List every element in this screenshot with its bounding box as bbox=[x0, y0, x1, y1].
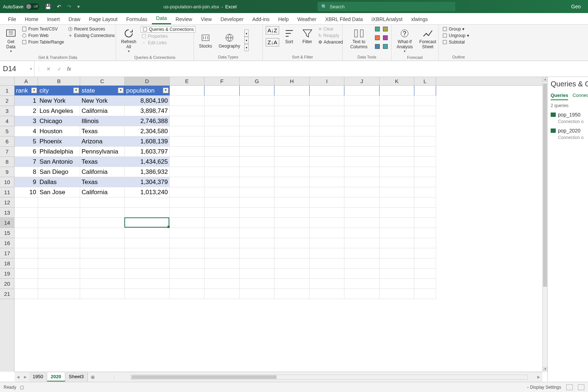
cell[interactable] bbox=[38, 258, 80, 269]
cell[interactable] bbox=[414, 258, 436, 269]
row-header[interactable]: 4 bbox=[0, 116, 14, 126]
cell[interactable] bbox=[80, 208, 125, 218]
cell[interactable] bbox=[380, 116, 414, 126]
scroll-thumb[interactable] bbox=[543, 83, 547, 287]
row-header[interactable]: 15 bbox=[0, 228, 14, 238]
cell[interactable] bbox=[170, 258, 204, 269]
cancel-formula-icon[interactable]: ✕ bbox=[43, 66, 54, 72]
flash-fill-button[interactable] bbox=[374, 26, 380, 33]
cell[interactable] bbox=[274, 197, 310, 208]
filter-dropdown-icon[interactable]: ▼ bbox=[73, 87, 79, 93]
data-types-down[interactable]: ▾ bbox=[244, 37, 249, 44]
cell[interactable] bbox=[15, 289, 38, 299]
cell[interactable] bbox=[414, 167, 436, 177]
sheet-tab-2020[interactable]: 2020 bbox=[47, 372, 65, 381]
scroll-up-icon[interactable]: ▴ bbox=[543, 77, 547, 82]
cell[interactable] bbox=[310, 106, 344, 116]
cell[interactable] bbox=[274, 147, 310, 157]
refresh-all-button[interactable]: Refresh All▾ bbox=[119, 26, 138, 54]
cell[interactable] bbox=[240, 289, 274, 299]
table-cell[interactable]: Illinois bbox=[80, 116, 125, 126]
hscroll-thumb[interactable] bbox=[132, 375, 277, 379]
cell[interactable] bbox=[80, 197, 125, 208]
table-cell[interactable]: Los Angeles bbox=[38, 106, 80, 116]
display-settings-button[interactable]: ▫ Display Settings bbox=[527, 385, 561, 390]
cell[interactable] bbox=[274, 238, 310, 248]
tab-nav-next-icon[interactable]: ▶ bbox=[22, 375, 29, 379]
cell[interactable] bbox=[15, 248, 38, 258]
cell[interactable] bbox=[344, 106, 380, 116]
cell[interactable] bbox=[170, 187, 204, 197]
cell[interactable] bbox=[170, 279, 204, 289]
cell[interactable] bbox=[170, 116, 204, 126]
data-types-up[interactable]: ▴ bbox=[244, 29, 249, 37]
cell[interactable] bbox=[204, 269, 240, 279]
cell[interactable] bbox=[38, 197, 80, 208]
cell[interactable] bbox=[204, 279, 240, 289]
ribbon-tab-help[interactable]: Help bbox=[274, 14, 293, 24]
sort-asc-button[interactable]: A↓Z bbox=[266, 26, 279, 34]
cell[interactable] bbox=[344, 269, 380, 279]
table-cell[interactable]: Texas bbox=[80, 177, 125, 187]
table-cell[interactable]: Dallas bbox=[38, 177, 80, 187]
cell[interactable] bbox=[204, 106, 240, 116]
cell[interactable] bbox=[310, 96, 344, 106]
cell[interactable] bbox=[344, 126, 380, 136]
cell[interactable] bbox=[38, 218, 80, 228]
from-text-csv-button[interactable]: From Text/CSV bbox=[21, 26, 65, 32]
cell[interactable] bbox=[344, 86, 380, 96]
table-cell[interactable]: California bbox=[80, 187, 125, 197]
cell[interactable] bbox=[15, 208, 38, 218]
cell[interactable] bbox=[38, 228, 80, 238]
cell[interactable] bbox=[310, 136, 344, 147]
column-header[interactable]: B bbox=[38, 77, 80, 85]
cell[interactable] bbox=[240, 126, 274, 136]
table-cell[interactable]: 1,304,379 bbox=[125, 177, 170, 187]
cell[interactable] bbox=[240, 238, 274, 248]
cell[interactable] bbox=[170, 106, 204, 116]
cell[interactable] bbox=[414, 177, 436, 187]
row-header[interactable]: 7 bbox=[0, 147, 14, 157]
cell[interactable] bbox=[170, 147, 204, 157]
cell[interactable] bbox=[204, 228, 240, 238]
row-header[interactable]: 1 bbox=[0, 86, 14, 96]
table-cell[interactable]: San Antonio bbox=[38, 157, 80, 167]
cell[interactable] bbox=[170, 126, 204, 136]
row-header[interactable]: 11 bbox=[0, 187, 14, 197]
cell[interactable] bbox=[240, 106, 274, 116]
table-cell[interactable]: 9 bbox=[15, 177, 38, 187]
cell[interactable] bbox=[204, 136, 240, 147]
cell[interactable] bbox=[344, 238, 380, 248]
table-cell[interactable]: 1,608,139 bbox=[125, 136, 170, 147]
cell[interactable] bbox=[274, 289, 310, 299]
table-header-cell[interactable]: city▼ bbox=[38, 86, 80, 96]
ribbon-tab-file[interactable]: File bbox=[4, 14, 21, 24]
row-header[interactable]: 20 bbox=[0, 279, 14, 289]
cell[interactable] bbox=[274, 228, 310, 238]
table-cell[interactable]: New York bbox=[38, 96, 80, 106]
cell[interactable] bbox=[380, 136, 414, 147]
cell[interactable] bbox=[310, 116, 344, 126]
table-cell[interactable]: Phoenix bbox=[38, 136, 80, 147]
row-header[interactable]: 6 bbox=[0, 136, 14, 147]
cell[interactable] bbox=[274, 167, 310, 177]
cell[interactable] bbox=[38, 238, 80, 248]
geography-button[interactable]: Geography bbox=[216, 30, 242, 50]
cell[interactable] bbox=[170, 289, 204, 299]
column-header[interactable]: I bbox=[310, 77, 344, 85]
cell[interactable] bbox=[170, 157, 204, 167]
filter-dropdown-icon[interactable]: ▼ bbox=[163, 87, 169, 93]
cell[interactable] bbox=[344, 96, 380, 106]
queries-tab[interactable]: Queries bbox=[551, 93, 568, 100]
cell[interactable] bbox=[414, 157, 436, 167]
cell[interactable] bbox=[240, 167, 274, 177]
spreadsheet-grid[interactable]: ABCDEFGHIJKL 123456789101112131415161718… bbox=[0, 77, 547, 382]
cell[interactable] bbox=[274, 279, 310, 289]
account-label[interactable]: Geo bbox=[564, 4, 588, 9]
table-cell[interactable]: 8 bbox=[15, 167, 38, 177]
cell[interactable] bbox=[274, 208, 310, 218]
cell[interactable] bbox=[344, 228, 380, 238]
cell[interactable] bbox=[274, 116, 310, 126]
cell[interactable] bbox=[274, 248, 310, 258]
table-cell[interactable]: San Diego bbox=[38, 167, 80, 177]
